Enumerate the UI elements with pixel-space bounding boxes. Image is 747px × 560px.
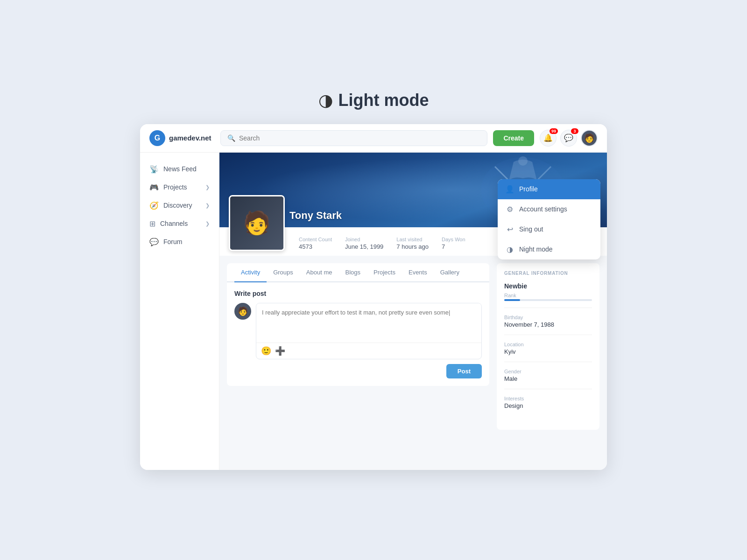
right-panel: GENERAL INFORMATION Newbie Rank Birthday…: [497, 263, 599, 430]
attach-icon[interactable]: ➕: [275, 346, 285, 356]
stat-content-count-label: Content Count: [299, 237, 332, 242]
post-textarea-wrap: 🙂 ➕: [256, 303, 482, 359]
sidebar-item-discovery[interactable]: 🧭 Discovery ❯: [140, 196, 219, 215]
message-icon: 💬: [564, 133, 573, 142]
stat-last-visited: Last visited 7 hours ago: [396, 237, 429, 250]
sidebar-item-projects[interactable]: 🎮 Projects ❯: [140, 178, 219, 196]
forum-icon: 💬: [149, 238, 159, 246]
page-title-area: ◑ Light mode: [318, 91, 429, 110]
stat-last-visited-label: Last visited: [396, 237, 429, 242]
main-column: Activity Groups About me Blogs Projects …: [227, 263, 489, 430]
sidebar-item-channels[interactable]: ⊞ Channels ❯: [140, 215, 219, 233]
rank-label: Newbie: [504, 282, 592, 290]
channels-icon: ⊞: [149, 219, 155, 228]
dropdown-signout-label: Sing out: [519, 225, 543, 233]
general-info-title: GENERAL INFORMATION: [504, 271, 592, 276]
birthday-value: November 7, 1988: [504, 321, 592, 328]
notif1-badge: 99: [550, 128, 558, 134]
user-avatar-button[interactable]: 🧑: [581, 130, 598, 147]
tab-gallery[interactable]: Gallery: [434, 263, 466, 282]
sidebar: 📡 News Feed 🎮 Projects ❯ 🧭 Discovery ❯ ⊞…: [140, 153, 219, 470]
user-dropdown-menu: 👤 Profile ⚙ Account settings ↩ Sing out …: [498, 179, 600, 259]
svg-point-1: [518, 156, 528, 166]
location-value: Kyiv: [504, 348, 592, 355]
dropdown-item-sign-out[interactable]: ↩ Sing out: [498, 219, 600, 239]
browser-window: G gamedev.net 🔍 Create 🔔 99 💬 3 🧑: [140, 124, 607, 470]
tab-blogs[interactable]: Blogs: [338, 263, 367, 282]
search-input[interactable]: [239, 134, 480, 142]
notif2-badge: 3: [571, 128, 578, 134]
profile-stats: Content Count 4573 Joined June 15, 1999 …: [299, 237, 465, 250]
discovery-chevron-icon: ❯: [205, 203, 210, 209]
logo-icon: G: [149, 130, 165, 146]
dropdown-settings-label: Account settings: [519, 205, 567, 213]
rank-bar-track: [504, 299, 592, 301]
sidebar-label-news-feed: News Feed: [163, 165, 197, 173]
projects-chevron-icon: ❯: [205, 184, 210, 190]
channels-chevron-icon: ❯: [205, 221, 210, 227]
sidebar-label-forum: Forum: [163, 238, 182, 245]
dropdown-nightmode-label: Night mode: [519, 245, 553, 253]
interests-value: Design: [504, 402, 592, 409]
profile-avatar: 🧑: [229, 195, 285, 251]
projects-icon: 🎮: [149, 183, 159, 192]
stat-joined-value: June 15, 1999: [345, 243, 383, 250]
interests-label: Interests: [504, 396, 592, 401]
tab-events[interactable]: Events: [402, 263, 434, 282]
top-bar: G gamedev.net 🔍 Create 🔔 99 💬 3 🧑: [140, 124, 607, 153]
write-post-section: Write post 🧑 🙂 ➕: [227, 282, 489, 386]
info-location: Location Kyiv: [504, 342, 592, 362]
stat-days-won-label: Days Won: [442, 237, 465, 242]
avatar-icon: 🧑: [584, 133, 594, 143]
dropdown-profile-label: Profile: [519, 185, 538, 193]
post-button[interactable]: Post: [446, 364, 482, 378]
sidebar-label-projects: Projects: [163, 183, 187, 191]
poster-avatar: 🧑: [234, 303, 251, 320]
rank-sublabel: Rank: [504, 293, 592, 298]
settings-icon: ⚙: [505, 205, 514, 214]
stat-content-count-value: 4573: [299, 243, 332, 250]
rank-bar-fill: [504, 299, 520, 301]
info-birthday: Birthday November 7, 1988: [504, 315, 592, 335]
gender-value: Male: [504, 375, 592, 382]
logo-area: G gamedev.net: [149, 130, 215, 146]
tab-projects[interactable]: Projects: [367, 263, 402, 282]
info-gender: Gender Male: [504, 369, 592, 389]
tab-about-me[interactable]: About me: [300, 263, 339, 282]
create-button[interactable]: Create: [493, 130, 534, 146]
sidebar-item-forum[interactable]: 💬 Forum: [140, 233, 219, 251]
stat-days-won: Days Won 7: [442, 237, 465, 250]
sidebar-label-discovery: Discovery: [163, 202, 192, 209]
messages-button[interactable]: 💬 3: [560, 130, 577, 147]
birthday-label: Birthday: [504, 315, 592, 320]
tab-groups[interactable]: Groups: [267, 263, 300, 282]
sidebar-item-news-feed[interactable]: 📡 News Feed: [140, 160, 219, 178]
bottom-content: Activity Groups About me Blogs Projects …: [219, 256, 607, 437]
stat-joined-label: Joined: [345, 237, 383, 242]
news-feed-icon: 📡: [149, 165, 159, 174]
profile-tabs: Activity Groups About me Blogs Projects …: [227, 263, 489, 282]
search-bar[interactable]: 🔍: [220, 130, 487, 146]
post-input-area: 🧑 🙂 ➕: [234, 303, 482, 359]
gender-label: Gender: [504, 369, 592, 374]
page-title: Light mode: [338, 91, 429, 110]
notifications-button[interactable]: 🔔 99: [540, 130, 557, 147]
sidebar-label-channels: Channels: [160, 220, 188, 227]
search-icon: 🔍: [227, 134, 235, 142]
post-submit-area: Post: [234, 364, 482, 378]
stat-days-won-value: 7: [442, 243, 465, 250]
mode-icon: ◑: [318, 91, 333, 110]
dropdown-item-profile[interactable]: 👤 Profile: [498, 179, 600, 199]
info-rank: Newbie Rank: [504, 282, 592, 308]
stat-last-visited-value: 7 hours ago: [396, 243, 429, 250]
bell-icon: 🔔: [543, 133, 553, 142]
dropdown-item-night-mode[interactable]: ◑ Night mode: [498, 239, 600, 259]
stat-content-count: Content Count 4573: [299, 237, 332, 250]
nightmode-icon: ◑: [505, 245, 514, 254]
write-post-title: Write post: [234, 290, 482, 297]
tab-activity[interactable]: Activity: [234, 263, 267, 282]
emoji-icon[interactable]: 🙂: [261, 346, 271, 356]
post-text-input[interactable]: [256, 303, 481, 341]
logo-text: gamedev.net: [169, 134, 211, 142]
dropdown-item-account-settings[interactable]: ⚙ Account settings: [498, 199, 600, 219]
